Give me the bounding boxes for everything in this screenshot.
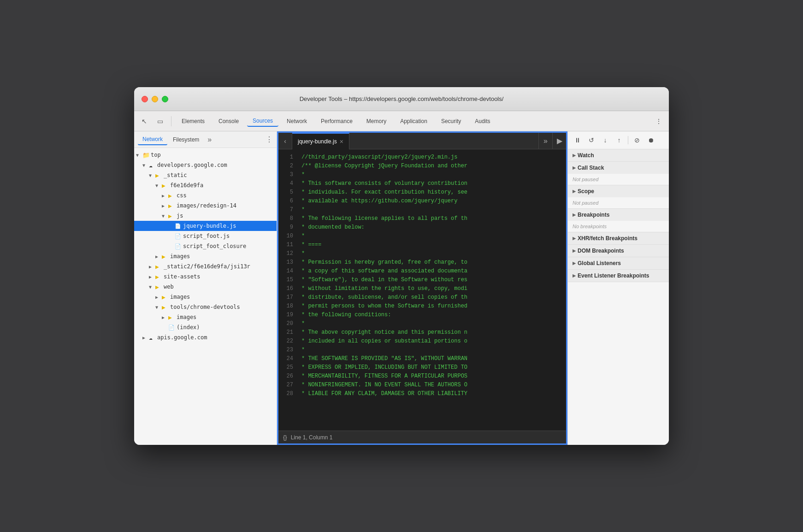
- code-line-5: * individuals. For exact contribution hi…: [301, 188, 562, 197]
- scope-header[interactable]: ▶ Scope: [568, 185, 669, 197]
- line-number-20: 20: [278, 319, 293, 328]
- step-over-btn[interactable]: ↺: [585, 134, 597, 146]
- editor-area: ‹ jquery-bundle.js × » ▶ 123456789101112…: [277, 131, 567, 445]
- pause-btn[interactable]: ⏸: [572, 134, 584, 146]
- editor-more-btn[interactable]: »: [538, 133, 552, 149]
- global-listeners-header[interactable]: ▶ Global Listeners: [568, 257, 669, 269]
- line-number-3: 3: [278, 171, 293, 179]
- sidebar-tabs: Network Filesystem » ⋮: [134, 131, 277, 148]
- tree-item-top[interactable]: 📁 top: [134, 150, 277, 160]
- debug-sep: [628, 136, 628, 144]
- code-line-11: * ====: [301, 241, 562, 249]
- code-line-18: * permit persons to whom the Software is…: [301, 302, 562, 311]
- code-line-17: * distribute, sublicense, and/or sell co…: [301, 293, 562, 302]
- tab-performance[interactable]: Performance: [315, 116, 358, 126]
- tab-memory[interactable]: Memory: [361, 116, 392, 126]
- line-number-28: 28: [278, 390, 293, 398]
- code-line-22: * included in all copies or substantial …: [301, 337, 562, 346]
- line-number-15: 15: [278, 276, 293, 284]
- minimize-button[interactable]: [152, 96, 158, 102]
- callstack-header[interactable]: ▶ Call Stack: [568, 162, 669, 174]
- tree-item-js[interactable]: ▶ js: [134, 211, 277, 221]
- sidebar-tab-network[interactable]: Network: [138, 134, 167, 145]
- deactivate-breakpoints-btn[interactable]: ⊘: [631, 134, 643, 146]
- editor-run-btn[interactable]: ▶: [552, 133, 566, 149]
- devtools-window: Developer Tools – https://developers.goo…: [134, 87, 669, 445]
- code-content[interactable]: //third_party/javascript/jquery2/jquery2…: [298, 149, 566, 431]
- line-number-23: 23: [278, 346, 293, 355]
- tree-label-images-static: images: [170, 253, 190, 260]
- tree-item-css[interactable]: ▶ css: [134, 190, 277, 201]
- arrow-developers-google: [142, 163, 149, 168]
- tree-item-images-web[interactable]: ▶ images: [134, 292, 277, 302]
- tab-console[interactable]: Console: [213, 116, 244, 126]
- sidebar-tab-filesystem[interactable]: Filesystem: [168, 135, 204, 145]
- tree-item-index[interactable]: 📄 (index): [134, 322, 277, 332]
- line-number-13: 13: [278, 258, 293, 267]
- breakpoints-header[interactable]: ▶ Breakpoints: [568, 209, 669, 221]
- tree-item-static[interactable]: ▶ _static: [134, 170, 277, 180]
- editor-tab-jquery-bundle[interactable]: jquery-bundle.js ×: [292, 133, 349, 149]
- line-number-1: 1: [278, 153, 293, 162]
- event-listener-header[interactable]: ▶ Event Listener Breakpoints: [568, 270, 669, 282]
- tree-item-script-foot[interactable]: 📄 script_foot.js: [134, 231, 277, 241]
- tree-item-f6e[interactable]: ▶ f6e16de9fa: [134, 180, 277, 190]
- device-icon[interactable]: ▭: [154, 115, 166, 128]
- tree-item-script-foot-closure[interactable]: 📄 script_foot_closure: [134, 241, 277, 251]
- tree-item-images-tools[interactable]: ▶ images: [134, 312, 277, 322]
- folder-icon-site-assets: ▶: [155, 273, 164, 280]
- tree-item-web[interactable]: ▶ web: [134, 282, 277, 292]
- editor-prev-btn[interactable]: ‹: [278, 133, 292, 149]
- callstack-label: Call Stack: [578, 165, 604, 171]
- pointer-icon[interactable]: ↖: [138, 115, 151, 128]
- step-into-btn[interactable]: ↓: [599, 134, 611, 146]
- tree-label-images-web: images: [170, 294, 190, 300]
- pause-on-exception-btn[interactable]: ⏺: [645, 134, 657, 146]
- editor-tab-close[interactable]: ×: [340, 138, 343, 145]
- tree-label-css: css: [177, 192, 187, 199]
- callstack-section: ▶ Call Stack Not paused: [568, 162, 669, 185]
- tab-application[interactable]: Application: [395, 116, 433, 126]
- code-area: 1234567891011121314151617181920212223242…: [278, 149, 566, 431]
- tree-item-site-assets[interactable]: ▶ site-assets: [134, 272, 277, 282]
- tree-item-jquery-bundle[interactable]: 📄 jquery-bundle.js: [134, 221, 277, 231]
- tree-label-js: js: [177, 213, 183, 219]
- file-tree: 📁 top ☁ developers.google.com ▶ _static: [134, 148, 277, 344]
- tab-security[interactable]: Security: [436, 116, 466, 126]
- maximize-button[interactable]: [162, 96, 168, 102]
- watch-header[interactable]: ▶ Watch: [568, 149, 669, 161]
- tree-item-tools-chrome[interactable]: ▶ tools/chrome-devtools: [134, 302, 277, 312]
- step-out-btn[interactable]: ↑: [613, 134, 625, 146]
- tree-label-images-tools: images: [177, 314, 196, 320]
- tree-item-apis-google[interactable]: ☁ apis.google.com: [134, 332, 277, 343]
- right-panel: ⏸ ↺ ↓ ↑ ⊘ ⏺ ▶ Watch ▶ Call Stack: [567, 131, 669, 445]
- sidebar-menu-icon[interactable]: ⋮: [266, 135, 273, 144]
- arrow-images-redesign: [162, 203, 168, 208]
- sidebar-more-tabs[interactable]: »: [205, 136, 214, 144]
- folder-icon-css: ▶: [168, 192, 177, 199]
- tree-item-static2[interactable]: ▶ _static2/f6e16de9fa/jsi13r: [134, 261, 277, 272]
- line-number-12: 12: [278, 249, 293, 258]
- tree-item-images-redesign[interactable]: ▶ images/redesign-14: [134, 201, 277, 211]
- dom-breakpoints-header[interactable]: ▶ DOM Breakpoints: [568, 245, 669, 257]
- breakpoints-label: Breakpoints: [578, 212, 609, 218]
- tree-item-developers-google[interactable]: ☁ developers.google.com: [134, 160, 277, 170]
- tab-network[interactable]: Network: [281, 116, 313, 126]
- main-toolbar: ↖ ▭ Elements Console Sources Network Per…: [134, 111, 669, 131]
- tab-audits[interactable]: Audits: [469, 116, 496, 126]
- close-button[interactable]: [142, 96, 148, 102]
- arrow-css: [162, 193, 168, 198]
- code-line-16: * without limitation the rights to use, …: [301, 284, 562, 293]
- code-line-23: *: [301, 346, 562, 355]
- tab-elements[interactable]: Elements: [176, 116, 210, 126]
- tab-sources[interactable]: Sources: [247, 116, 278, 127]
- more-tabs-icon[interactable]: ⋮: [652, 115, 665, 128]
- xhr-breakpoints-header[interactable]: ▶ XHR/fetch Breakpoints: [568, 232, 669, 244]
- tree-item-images-static[interactable]: ▶ images: [134, 251, 277, 261]
- file-icon-index: 📄: [168, 325, 177, 331]
- global-listeners-label: Global Listeners: [578, 260, 621, 266]
- folder-icon-static: ▶: [155, 172, 164, 179]
- folder-icon-images-static: ▶: [162, 253, 170, 260]
- breakpoints-content: No breakpoints: [568, 221, 669, 232]
- arrow-site-assets: [149, 274, 155, 279]
